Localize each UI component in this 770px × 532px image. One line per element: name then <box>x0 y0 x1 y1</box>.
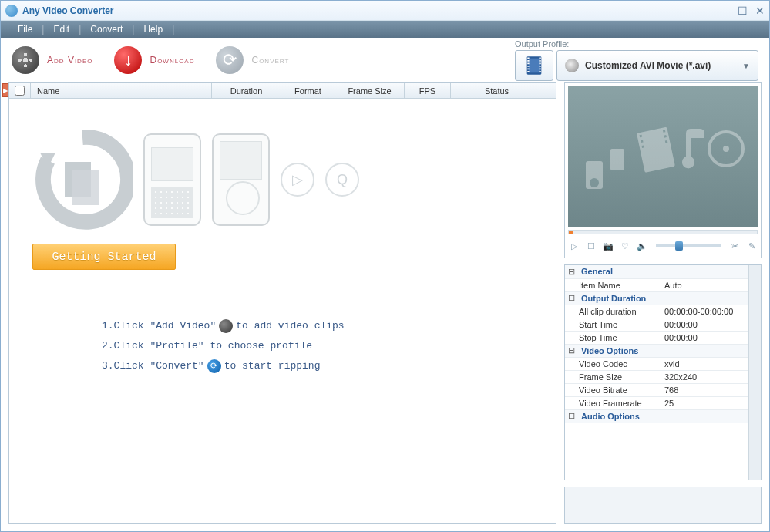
preview-screen <box>568 86 758 227</box>
column-format[interactable]: Format <box>281 83 335 98</box>
prop-all-clip-value[interactable]: 00:00:00-00:00:00 <box>661 305 748 318</box>
column-name[interactable]: Name <box>31 83 212 98</box>
player-stop-button[interactable]: ☐ <box>585 240 597 252</box>
film-reel-inline-icon <box>219 319 233 333</box>
download-icon <box>114 46 142 74</box>
prop-video-bitrate-value[interactable]: 768 <box>661 383 748 396</box>
svg-rect-6 <box>527 69 529 70</box>
svg-rect-2 <box>527 58 529 59</box>
download-button[interactable]: Download <box>114 46 194 74</box>
status-area <box>564 487 762 524</box>
svg-rect-21 <box>640 135 643 138</box>
quicktime-icon: Q <box>325 163 359 197</box>
svg-rect-1 <box>529 59 540 73</box>
convert-inline-icon: ⟳ <box>207 359 221 373</box>
svg-rect-26 <box>665 140 668 143</box>
close-button[interactable]: ✕ <box>755 5 765 17</box>
expander-output-duration[interactable]: ⊟ <box>565 291 578 305</box>
expand-sidebar-tab[interactable]: ▶ <box>2 83 8 97</box>
steps-text: 1.Click "Add Video" to add video clips 2… <box>102 316 540 376</box>
getting-started-button[interactable]: Getting Started <box>32 244 176 270</box>
prop-video-framerate-label: Video Framerate <box>565 396 661 409</box>
prop-frame-size-value[interactable]: 320x240 <box>661 370 748 383</box>
output-profile-icon-button[interactable] <box>515 50 553 81</box>
output-profile: Output Profile: Customized AVI Movie (*.… <box>515 39 758 81</box>
svg-rect-13 <box>539 71 540 72</box>
svg-rect-4 <box>527 63 529 65</box>
svg-point-28 <box>723 146 729 152</box>
refresh-film-icon <box>32 130 133 230</box>
prop-start-time-label: Start Time <box>565 318 661 331</box>
svg-rect-3 <box>527 60 529 62</box>
menu-file[interactable]: File <box>8 24 42 35</box>
maximize-button[interactable]: ☐ <box>738 5 748 17</box>
prop-all-clip-label: All clip duration <box>565 305 661 318</box>
expander-general[interactable]: ⊟ <box>565 265 578 278</box>
select-all-checkbox[interactable] <box>15 86 25 96</box>
chevron-down-icon: ▼ <box>742 62 750 70</box>
convert-button[interactable]: Convert <box>216 46 289 74</box>
preview-progress[interactable] <box>568 230 758 234</box>
prop-stop-time-value[interactable]: 00:00:00 <box>661 331 748 344</box>
ipod-icon <box>212 133 270 226</box>
column-spacer <box>543 83 556 98</box>
step3-text-a: 3.Click "Convert" <box>102 356 204 376</box>
table-header: Name Duration Format Frame Size FPS Stat… <box>9 83 556 99</box>
properties-scrollbar[interactable] <box>748 265 761 480</box>
disc-icon <box>565 59 579 72</box>
expander-video-options[interactable]: ⊟ <box>565 344 578 357</box>
section-video-options: Video Options <box>578 344 748 357</box>
svg-rect-5 <box>527 66 529 67</box>
menu-help[interactable]: Help <box>134 24 172 35</box>
player-loop-button[interactable]: ♡ <box>619 240 631 252</box>
volume-thumb[interactable] <box>675 241 683 251</box>
svg-rect-25 <box>664 135 667 138</box>
step3-text-b: to start ripping <box>224 356 321 376</box>
column-status[interactable]: Status <box>451 83 543 98</box>
minimize-button[interactable]: — <box>719 5 730 17</box>
prop-frame-size-label: Frame Size <box>565 370 661 383</box>
svg-point-18 <box>590 178 599 187</box>
column-duration[interactable]: Duration <box>212 83 281 98</box>
player-cut-button[interactable]: ✂ <box>728 240 741 252</box>
player-volume-icon[interactable]: 🔈 <box>636 240 648 252</box>
prop-video-bitrate-label: Video Bitrate <box>565 383 661 396</box>
player-settings-button[interactable]: ✎ <box>745 240 758 252</box>
prop-stop-time-label: Stop Time <box>565 331 661 344</box>
content-area: ▶ Name Duration Format Frame Size FPS St… <box>1 82 769 531</box>
illustration: ▷ Q <box>32 130 540 230</box>
menu-edit[interactable]: Edit <box>44 24 79 35</box>
properties-grid: ⊟General Item NameAuto ⊟Output Duration … <box>565 265 748 480</box>
prop-start-time-value[interactable]: 00:00:00 <box>661 318 748 331</box>
svg-rect-7 <box>527 71 529 72</box>
phone-icon <box>143 133 201 226</box>
column-fps[interactable]: FPS <box>405 83 451 98</box>
output-profile-label: Output Profile: <box>515 39 758 49</box>
output-profile-selected: Customized AVI Movie (*.avi) <box>585 60 711 71</box>
add-video-label: Add Video <box>47 55 92 66</box>
prop-video-framerate-value[interactable]: 25 <box>661 396 748 409</box>
media-watermark-icon <box>578 110 748 203</box>
window-title: Any Video Converter <box>22 5 719 16</box>
player-snapshot-button[interactable]: 📷 <box>602 240 614 252</box>
download-label: Download <box>150 55 194 66</box>
output-profile-dropdown[interactable]: Customized AVI Movie (*.avi) ▼ <box>556 50 758 81</box>
volume-slider[interactable] <box>656 244 721 247</box>
svg-rect-12 <box>539 69 540 70</box>
menu-convert[interactable]: Convert <box>81 24 132 35</box>
add-video-button[interactable]: Add Video <box>12 46 92 74</box>
player-play-button[interactable]: ▷ <box>568 240 580 252</box>
column-frame-size[interactable]: Frame Size <box>335 83 405 98</box>
step1-text-a: 1.Click "Add Video" <box>102 316 216 336</box>
prop-video-codec-value[interactable]: xvid <box>661 357 748 370</box>
prop-item-name-value[interactable]: Auto <box>661 278 748 291</box>
svg-rect-19 <box>610 149 624 170</box>
section-audio-options: Audio Options <box>578 409 748 423</box>
section-general: General <box>578 265 748 278</box>
app-icon <box>5 5 18 17</box>
svg-rect-23 <box>641 145 644 148</box>
svg-rect-22 <box>641 140 644 143</box>
expander-audio-options[interactable]: ⊟ <box>565 409 578 423</box>
convert-label: Convert <box>251 55 289 66</box>
column-checkbox <box>9 83 31 98</box>
